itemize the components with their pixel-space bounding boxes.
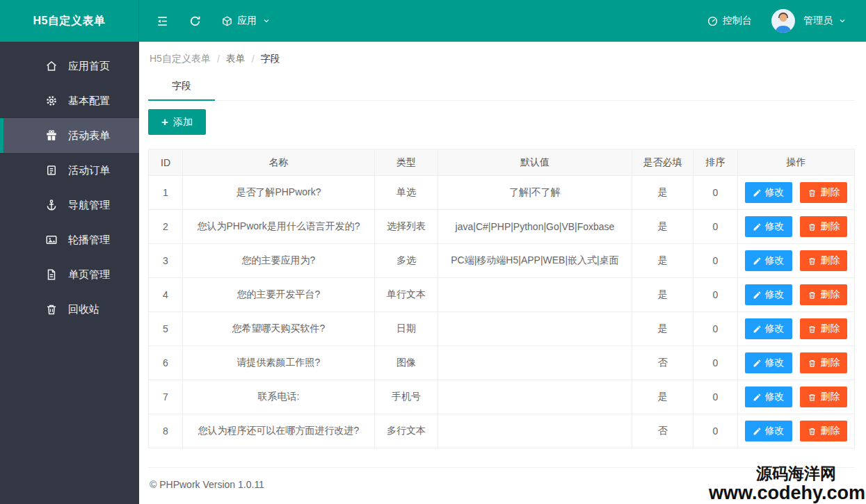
cell-type: 多选	[375, 244, 438, 278]
refresh-button[interactable]	[179, 0, 211, 42]
table-body: 1 是否了解PHPwork? 单选 了解|不了解 是 0 修改 删除 2 您认为…	[149, 176, 855, 448]
col-header-name: 名称	[183, 149, 375, 176]
cell-name: 联系电话:	[183, 380, 375, 414]
app-dropdown[interactable]: 应用	[211, 0, 280, 42]
edit-button[interactable]: 修改	[745, 352, 792, 373]
breadcrumb-app[interactable]: H5自定义表单	[150, 53, 211, 65]
console-gauge-icon	[707, 15, 719, 27]
cell-operation: 修改 删除	[738, 244, 855, 278]
edit-button[interactable]: 修改	[745, 421, 792, 441]
pencil-icon	[753, 291, 762, 300]
sidebar-item-0[interactable]: 应用首页	[0, 49, 139, 83]
user-name: 管理员	[803, 15, 833, 27]
cell-sort: 0	[693, 210, 738, 244]
cell-default	[438, 312, 632, 346]
cell-type: 选择列表	[375, 210, 438, 244]
delete-button[interactable]: 删除	[800, 387, 847, 407]
delete-button[interactable]: 删除	[800, 352, 847, 373]
col-header-id: ID	[149, 149, 183, 176]
cell-id: 2	[149, 210, 183, 244]
edit-button[interactable]: 修改	[745, 387, 792, 407]
edit-button[interactable]: 修改	[745, 250, 792, 271]
sidebar-nav: 应用首页 基本配置 活动表单 活动订单 导航管理 轮播管理 单页管理 回收站	[0, 42, 139, 504]
cell-type: 图像	[375, 346, 438, 380]
top-header: H5自定义表单 应用	[0, 0, 866, 42]
trash-icon	[808, 393, 817, 402]
cell-operation: 修改 删除	[738, 278, 855, 312]
cell-operation: 修改 删除	[738, 414, 855, 448]
pencil-icon	[753, 188, 762, 197]
sidebar-item-6[interactable]: 单页管理	[0, 257, 139, 292]
sidebar-item-label: 应用首页	[68, 60, 110, 73]
col-header-type: 类型	[375, 149, 438, 176]
cell-required: 是	[632, 278, 693, 312]
table-row: 8 您认为程序还可以在哪方面进行改进? 多行文本 否 0 修改 删除	[149, 414, 855, 448]
console-link[interactable]: 控制台	[697, 0, 762, 42]
pencil-icon	[753, 257, 762, 266]
table-row: 5 您希望哪天购买软件? 日期 是 0 修改 删除	[149, 312, 855, 346]
sidebar-item-5[interactable]: 轮播管理	[0, 222, 139, 257]
delete-button[interactable]: 删除	[800, 216, 847, 237]
tab-fields[interactable]: 字段	[148, 72, 215, 100]
cell-required: 是	[632, 244, 693, 278]
edit-button[interactable]: 修改	[745, 284, 792, 305]
sidebar-item-label: 导航管理	[68, 199, 110, 212]
cell-id: 6	[149, 346, 183, 380]
trash-icon	[808, 222, 817, 231]
sidebar-item-4[interactable]: 导航管理	[0, 188, 139, 222]
cell-required: 是	[632, 176, 693, 210]
cell-default	[438, 278, 632, 312]
gift-icon	[45, 129, 58, 142]
delete-button[interactable]: 删除	[800, 284, 847, 305]
cell-sort: 0	[693, 346, 738, 380]
cell-type: 日期	[375, 312, 438, 346]
sidebar-item-label: 基本配置	[68, 95, 110, 108]
refresh-icon	[189, 15, 202, 28]
cell-type: 手机号	[375, 380, 438, 414]
plus-icon: +	[161, 116, 168, 128]
cell-default	[438, 380, 632, 414]
sidebar-item-label: 单页管理	[68, 268, 110, 282]
cell-id: 7	[149, 380, 183, 414]
edit-button[interactable]: 修改	[745, 318, 792, 339]
delete-button[interactable]: 删除	[800, 250, 847, 271]
cell-id: 4	[149, 278, 183, 312]
sidebar-item-3[interactable]: 活动订单	[0, 153, 139, 188]
brand-title: H5自定义表单	[0, 0, 139, 42]
cell-id: 5	[149, 312, 183, 346]
cell-operation: 修改 删除	[738, 210, 855, 244]
user-dropdown[interactable]: 管理员	[762, 0, 856, 42]
cell-sort: 0	[693, 312, 738, 346]
delete-button[interactable]: 删除	[800, 421, 847, 441]
table-row: 1 是否了解PHPwork? 单选 了解|不了解 是 0 修改 删除	[149, 176, 855, 210]
sidebar-item-7[interactable]: 回收站	[0, 292, 139, 327]
add-button[interactable]: + 添加	[148, 109, 206, 135]
sidebar-item-label: 轮播管理	[68, 234, 110, 247]
cell-default	[438, 346, 632, 380]
app-cube-icon	[221, 15, 233, 27]
delete-button[interactable]: 删除	[800, 182, 847, 203]
cell-name: 您的主要应用为?	[183, 244, 375, 278]
content-area: H5自定义表单 / 表单 / 字段 字段 + 添加	[139, 42, 866, 504]
edit-button[interactable]: 修改	[745, 216, 792, 237]
sidebar-item-2[interactable]: 活动表单	[0, 118, 139, 153]
add-button-label: 添加	[173, 116, 193, 129]
breadcrumb: H5自定义表单 / 表单 / 字段	[148, 42, 855, 65]
edit-button[interactable]: 修改	[745, 182, 792, 203]
app-dropdown-label: 应用	[237, 15, 257, 27]
table-row: 6 请提供素颜工作照? 图像 否 0 修改 删除	[149, 346, 855, 380]
table-row: 2 您认为PHPwork是用什么语言开发的? 选择列表 java|C#|PHP|…	[149, 210, 855, 244]
console-label: 控制台	[723, 15, 752, 27]
breadcrumb-form[interactable]: 表单	[226, 53, 246, 65]
col-header-default: 默认值	[438, 149, 632, 176]
delete-button[interactable]: 删除	[800, 318, 847, 339]
cell-required: 是	[632, 380, 693, 414]
collapse-sidebar-button[interactable]	[146, 0, 179, 42]
sidebar-item-1[interactable]: 基本配置	[0, 83, 139, 118]
cell-default: java|C#|PHP|Python|Go|VB|Foxbase	[438, 210, 632, 244]
trash-icon	[808, 325, 817, 334]
pencil-icon	[753, 393, 762, 402]
cell-required: 是	[632, 210, 693, 244]
cell-name: 您的主要开发平台?	[183, 278, 375, 312]
cell-name: 您认为PHPwork是用什么语言开发的?	[183, 210, 375, 244]
